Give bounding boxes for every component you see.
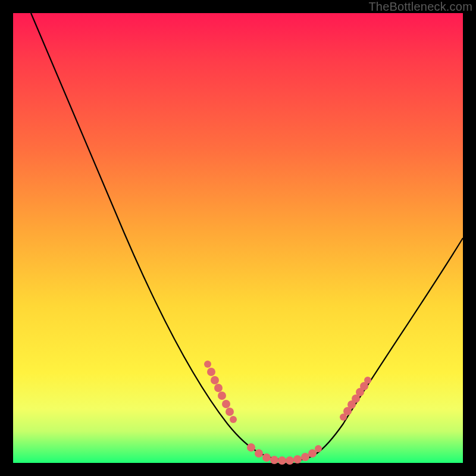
svg-point-13: [286, 456, 294, 465]
svg-point-2: [211, 376, 219, 384]
svg-point-14: [293, 455, 302, 464]
chart-frame: [13, 13, 463, 463]
svg-point-1: [207, 368, 215, 376]
svg-point-10: [262, 453, 271, 462]
svg-point-4: [218, 392, 226, 400]
svg-point-17: [315, 445, 322, 452]
svg-point-3: [214, 384, 223, 392]
svg-point-24: [364, 377, 371, 384]
svg-point-11: [270, 456, 278, 464]
watermark-text: TheBottleneck.com: [368, 0, 472, 14]
svg-point-12: [278, 456, 286, 465]
svg-point-6: [226, 408, 234, 416]
svg-point-0: [204, 361, 211, 368]
svg-point-5: [222, 400, 230, 408]
marker-cluster-bottom: [247, 443, 322, 465]
svg-point-15: [301, 453, 309, 461]
svg-point-8: [247, 443, 255, 452]
marker-cluster-right: [340, 377, 371, 421]
bottleneck-curve-path: [31, 13, 463, 461]
svg-point-9: [255, 449, 263, 458]
bottleneck-curve-svg: [13, 13, 463, 463]
svg-point-7: [230, 416, 237, 423]
